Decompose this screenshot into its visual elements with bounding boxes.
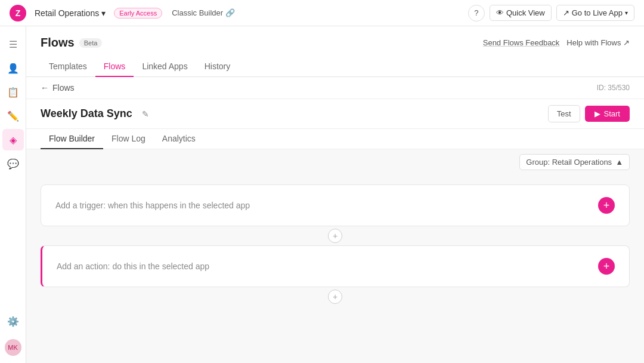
trigger-text: Add a trigger: when this happens in the … (55, 201, 250, 210)
group-selector[interactable]: Group: Retail Operations ▲ (519, 154, 630, 170)
sidebar-item-users[interactable]: 👤 (2, 57, 24, 79)
chevron-down-icon: ▾ (101, 8, 106, 18)
flow-title-bar: Weekly Data Sync ✎ Test ▶ Start (26, 99, 644, 129)
help-icon-button[interactable]: ? (468, 5, 485, 21)
flow-name: Weekly Data Sync (41, 107, 132, 120)
go-live-chevron-icon: ▾ (625, 10, 628, 16)
classic-builder-button[interactable]: Classic Builder 🔗 (167, 7, 240, 19)
add-trigger-button[interactable]: + (598, 197, 615, 214)
dashboard-icon: ☰ (9, 39, 17, 50)
trigger-card: Add a trigger: when this happens in the … (41, 184, 630, 226)
plus-icon: + (603, 260, 610, 273)
flow-id: ID: 35/530 (597, 84, 630, 92)
start-button[interactable]: ▶ Start (585, 106, 630, 122)
tab-history[interactable]: History (196, 57, 239, 77)
sidebar-item-dashboard[interactable]: ☰ (2, 33, 24, 55)
tab-linked-apps[interactable]: Linked Apps (134, 57, 196, 77)
page-header: Flows Beta Send Flows Feedback Help with… (26, 26, 644, 77)
sidebar-item-messages[interactable]: 💬 (2, 153, 24, 174)
page-title-row: Flows Beta Send Flows Feedback Help with… (41, 36, 630, 50)
action-card: Add an action: do this in the selected a… (41, 245, 630, 287)
play-icon: ▶ (595, 109, 600, 118)
help-flows-label: Help with Flows ↗ (566, 38, 630, 47)
go-live-button[interactable]: ↗ Go to Live App ▾ (556, 5, 634, 21)
lists-icon: 📋 (7, 87, 19, 98)
pencil-icon: ✎ (142, 109, 149, 119)
subtab-analytics[interactable]: Analytics (154, 129, 204, 149)
back-to-flows-link[interactable]: ← Flows (41, 83, 75, 93)
add-between-button-1[interactable]: + (328, 229, 342, 243)
main-layout: ☰ 👤 📋 ✏️ ◈ 💬 ⚙️ MK Flows (0, 26, 644, 363)
subtab-flow-log[interactable]: Flow Log (103, 129, 154, 149)
sidebar-item-lists[interactable]: 📋 (2, 81, 24, 103)
add-action-button[interactable]: + (598, 258, 615, 275)
flows-icon: ◈ (10, 134, 17, 146)
arrow-left-icon: ← (41, 83, 49, 93)
flow-body: Add a trigger: when this happens in the … (26, 175, 644, 316)
page-title-label: Flows (41, 36, 75, 50)
group-label: Group: Retail Operations (526, 158, 612, 167)
add-between-button-2[interactable]: + (328, 290, 342, 304)
back-bar: ← Flows ID: 35/530 (26, 77, 644, 99)
connector-2: + (41, 287, 630, 306)
brand-logo[interactable]: Z (10, 5, 26, 21)
eye-icon: 👁 (496, 8, 504, 17)
tab-templates[interactable]: Templates (41, 57, 95, 77)
send-feedback-link[interactable]: Send Flows Feedback (483, 38, 560, 47)
go-live-label: Go to Live App (572, 8, 623, 17)
brand-initial: Z (16, 8, 21, 18)
page-title: Flows Beta (41, 36, 102, 50)
page-header-actions: Send Flows Feedback Help with Flows ↗ (483, 38, 630, 47)
help-icon: ? (474, 8, 478, 17)
app-name-button[interactable]: Retail Operations ▾ (31, 6, 109, 20)
plus-icon: + (333, 231, 338, 241)
action-text: Add an action: do this in the selected a… (57, 262, 209, 271)
app-name-label: Retail Operations (35, 8, 99, 18)
sidebar: ☰ 👤 📋 ✏️ ◈ 💬 ⚙️ MK (0, 26, 26, 363)
beta-badge: Beta (79, 38, 103, 48)
plus-icon: + (603, 199, 610, 212)
sidebar-item-edit[interactable]: ✏️ (2, 105, 24, 127)
connector-1: + (41, 226, 630, 245)
plus-icon: + (333, 292, 338, 302)
chevron-up-icon: ▲ (615, 158, 623, 167)
page-tabs: Templates Flows Linked Apps History (41, 57, 630, 76)
flow-title-right: Test ▶ Start (548, 105, 630, 122)
subtab-flow-builder[interactable]: Flow Builder (41, 129, 103, 149)
settings-icon: ⚙️ (7, 316, 19, 327)
header-right: ? 👁 Quick View ↗ Go to Live App ▾ (468, 5, 634, 21)
edit-icon: ✏️ (7, 110, 19, 122)
classic-builder-label: Classic Builder 🔗 (172, 8, 235, 17)
back-label: Flows (52, 83, 75, 93)
tab-flows[interactable]: Flows (95, 57, 134, 77)
edit-flow-name-button[interactable]: ✎ (137, 106, 154, 122)
quick-view-label: Quick View (506, 8, 545, 17)
flow-content: ← Flows ID: 35/530 Weekly Data Sync ✎ Te… (26, 77, 644, 363)
start-label: Start (604, 109, 620, 118)
external-link-icon: ↗ (563, 8, 569, 17)
flow-title-left: Weekly Data Sync ✎ (41, 106, 154, 122)
help-flows-link[interactable]: Help with Flows ↗ (566, 38, 630, 47)
test-button[interactable]: Test (548, 105, 580, 122)
users-icon: 👤 (7, 63, 19, 74)
top-header: Z Retail Operations ▾ Early Access Class… (0, 0, 644, 26)
content-area: Flows Beta Send Flows Feedback Help with… (26, 26, 644, 363)
user-avatar[interactable]: MK (5, 339, 21, 356)
quick-view-button[interactable]: 👁 Quick View (490, 5, 552, 21)
flow-subtabs: Flow Builder Flow Log Analytics (26, 129, 644, 149)
sidebar-item-settings[interactable]: ⚙️ (2, 310, 24, 332)
messages-icon: 💬 (7, 158, 19, 170)
sidebar-item-flows[interactable]: ◈ (2, 129, 24, 150)
group-bar: Group: Retail Operations ▲ (26, 149, 644, 175)
early-access-badge: Early Access (114, 8, 162, 19)
